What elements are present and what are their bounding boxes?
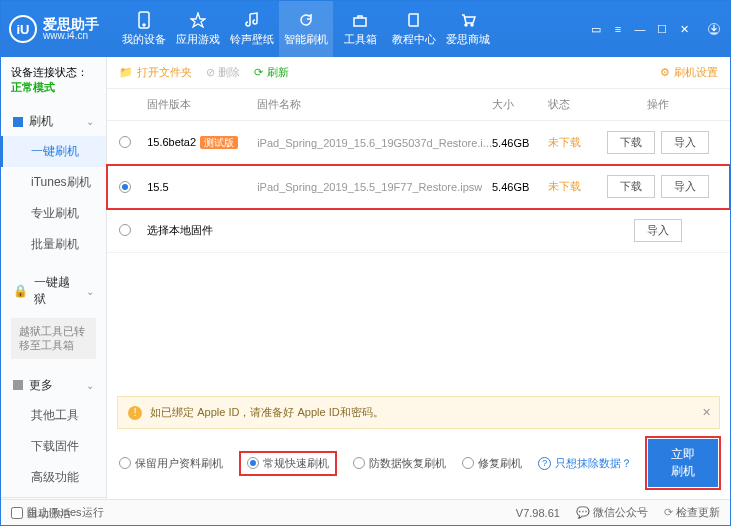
nav-toolbox[interactable]: 工具箱: [333, 1, 387, 57]
check-update-link[interactable]: ⟳ 检查更新: [664, 505, 720, 520]
nav-flash[interactable]: 智能刷机: [279, 1, 333, 57]
refresh-icon: [297, 11, 315, 29]
version-label: V7.98.61: [516, 507, 560, 519]
info-icon: ?: [538, 457, 551, 470]
sidebar-item-itunes[interactable]: iTunes刷机: [1, 167, 106, 198]
gear-icon: ⚙: [660, 66, 670, 79]
music-icon: [243, 11, 261, 29]
import-button[interactable]: 导入: [634, 219, 682, 242]
svg-point-3: [465, 24, 467, 26]
sidebar-item-other-tools[interactable]: 其他工具: [1, 400, 106, 431]
flash-settings-button[interactable]: ⚙刷机设置: [660, 65, 718, 80]
menu-icon[interactable]: ▭: [590, 23, 602, 35]
logo-icon: iU: [9, 15, 37, 43]
warning-icon: !: [128, 406, 142, 420]
maximize-icon[interactable]: ☐: [656, 23, 668, 35]
sidebar-head-flash[interactable]: 刷机⌄: [1, 107, 106, 136]
import-button[interactable]: 导入: [661, 175, 709, 198]
brand: iU 爱思助手 www.i4.cn: [9, 15, 99, 43]
close-notice-icon[interactable]: ✕: [702, 406, 711, 419]
radio-button[interactable]: [119, 136, 131, 148]
firmware-row[interactable]: 15.6beta2测试版 iPad_Spring_2019_15.6_19G50…: [107, 121, 730, 165]
nav-my-device[interactable]: 我的设备: [117, 1, 171, 57]
firmware-row[interactable]: 15.5 iPad_Spring_2019_15.5_19F77_Restore…: [107, 165, 730, 209]
table-header: 固件版本 固件名称 大小 状态 操作: [107, 89, 730, 121]
radio-button[interactable]: [119, 181, 131, 193]
lock-icon: 🔒: [13, 284, 28, 298]
mode-repair[interactable]: 修复刷机: [462, 456, 522, 471]
nav-tutorial[interactable]: 教程中心: [387, 1, 441, 57]
nav-apps[interactable]: 应用游戏: [171, 1, 225, 57]
square-icon: [13, 380, 23, 390]
local-firmware-row[interactable]: 选择本地固件 导入: [107, 209, 730, 253]
mode-anti-recovery[interactable]: 防数据恢复刷机: [353, 456, 446, 471]
nav-ringtones[interactable]: 铃声壁纸: [225, 1, 279, 57]
trash-icon: ⊘: [206, 66, 215, 78]
flash-now-button[interactable]: 立即刷机: [648, 439, 718, 487]
mode-keep-data[interactable]: 保留用户资料刷机: [119, 456, 223, 471]
folder-icon: 📁: [119, 66, 133, 79]
main-panel: 📁打开文件夹 ⊘ 删除 ⟳刷新 ⚙刷机设置 固件版本 固件名称 大小 状态 操作…: [107, 57, 730, 499]
connection-status: 设备连接状态：正常模式: [1, 57, 106, 103]
phone-icon: [135, 11, 153, 29]
brand-url: www.i4.cn: [43, 31, 99, 41]
open-folder-button[interactable]: 📁打开文件夹: [119, 65, 192, 80]
download-button[interactable]: 下载: [607, 175, 655, 198]
beta-badge: 测试版: [200, 136, 238, 149]
grid-icon[interactable]: ≡: [612, 23, 624, 35]
sidebar-item-download-fw[interactable]: 下载固件: [1, 431, 106, 462]
sidebar-item-advanced[interactable]: 高级功能: [1, 462, 106, 493]
brand-name: 爱思助手: [43, 17, 99, 31]
navbar: 我的设备 应用游戏 铃声壁纸 智能刷机 工具箱 教程中心 爱思商城: [117, 1, 495, 57]
flash-options: 保留用户资料刷机 常规快速刷机 防数据恢复刷机 修复刷机 ?只想抹除数据？ 立即…: [107, 429, 730, 499]
toolbar: 📁打开文件夹 ⊘ 删除 ⟳刷新 ⚙刷机设置: [107, 57, 730, 89]
toolbox-icon: [351, 11, 369, 29]
chevron-down-icon: ⌄: [86, 116, 94, 127]
wechat-icon: 💬: [576, 506, 590, 518]
import-button[interactable]: 导入: [661, 131, 709, 154]
minimize-icon[interactable]: —: [634, 23, 646, 35]
sidebar-item-pro[interactable]: 专业刷机: [1, 198, 106, 229]
update-icon: ⟳: [664, 506, 673, 518]
sidebar: 设备连接状态：正常模式 刷机⌄ 一键刷机 iTunes刷机 专业刷机 批量刷机 …: [1, 57, 107, 499]
svg-point-4: [471, 24, 473, 26]
svg-point-1: [143, 24, 145, 26]
jailbreak-note: 越狱工具已转移至工具箱: [11, 318, 96, 359]
apple-id-notice: ! 如已绑定 Apple ID，请准备好 Apple ID和密码。 ✕: [117, 396, 720, 429]
sidebar-head-more[interactable]: 更多⌄: [1, 371, 106, 400]
block-itunes-checkbox[interactable]: 阻止iTunes运行: [11, 505, 104, 520]
cart-icon: [459, 11, 477, 29]
download-button[interactable]: 下载: [607, 131, 655, 154]
titlebar: iU 爱思助手 www.i4.cn 我的设备 应用游戏 铃声壁纸 智能刷机 工具…: [1, 1, 730, 57]
chevron-down-icon: ⌄: [86, 286, 94, 297]
sidebar-item-onekey[interactable]: 一键刷机: [1, 136, 106, 167]
refresh-icon: ⟳: [254, 66, 263, 79]
wechat-link[interactable]: 💬 微信公众号: [576, 505, 648, 520]
svg-rect-2: [354, 18, 366, 26]
chevron-down-icon: ⌄: [86, 380, 94, 391]
statusbar: 阻止iTunes运行 V7.98.61 💬 微信公众号 ⟳ 检查更新: [1, 499, 730, 525]
window-controls: ▭ ≡ — ☐ ✕: [590, 23, 720, 35]
square-icon: [13, 117, 23, 127]
sidebar-head-jailbreak[interactable]: 🔒一键越狱⌄: [1, 268, 106, 314]
apps-icon: [189, 11, 207, 29]
download-icon[interactable]: [708, 23, 720, 35]
sidebar-item-batch[interactable]: 批量刷机: [1, 229, 106, 260]
refresh-button[interactable]: ⟳刷新: [254, 65, 289, 80]
clear-data-link[interactable]: ?只想抹除数据？: [538, 456, 632, 471]
nav-store[interactable]: 爱思商城: [441, 1, 495, 57]
close-icon[interactable]: ✕: [678, 23, 690, 35]
delete-button[interactable]: ⊘ 删除: [206, 65, 240, 80]
mode-normal-fast[interactable]: 常规快速刷机: [239, 451, 337, 476]
radio-button[interactable]: [119, 224, 131, 236]
book-icon: [405, 11, 423, 29]
